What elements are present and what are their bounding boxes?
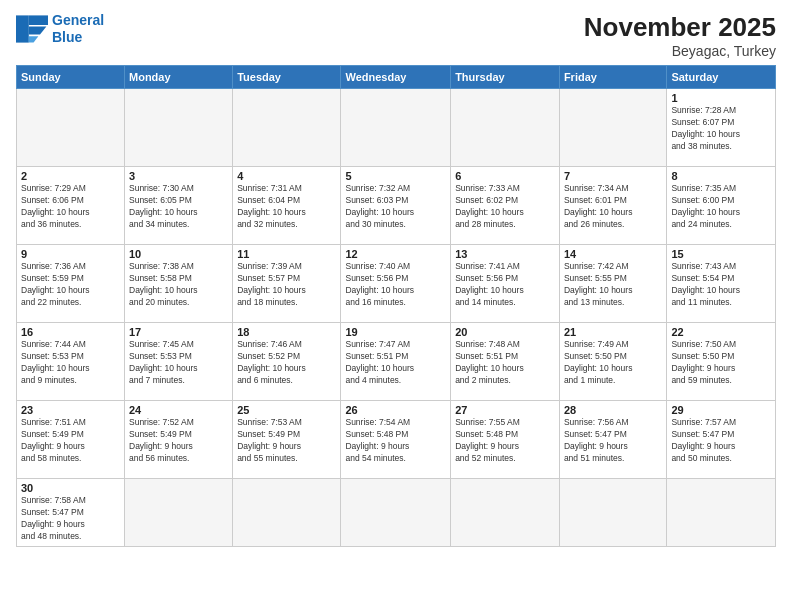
location: Beyagac, Turkey xyxy=(584,43,776,59)
day-number: 3 xyxy=(129,170,228,182)
day-info: Sunrise: 7:41 AMSunset: 5:56 PMDaylight:… xyxy=(455,261,555,309)
day-info: Sunrise: 7:48 AMSunset: 5:51 PMDaylight:… xyxy=(455,339,555,387)
svg-marker-2 xyxy=(29,26,47,34)
day-info: Sunrise: 7:38 AMSunset: 5:58 PMDaylight:… xyxy=(129,261,228,309)
day-info: Sunrise: 7:34 AMSunset: 6:01 PMDaylight:… xyxy=(564,183,662,231)
logo-blue: Blue xyxy=(52,29,104,46)
calendar-cell: 29Sunrise: 7:57 AMSunset: 5:47 PMDayligh… xyxy=(667,401,776,479)
day-number: 11 xyxy=(237,248,336,260)
col-sunday: Sunday xyxy=(17,66,125,89)
day-number: 18 xyxy=(237,326,336,338)
calendar-cell: 18Sunrise: 7:46 AMSunset: 5:52 PMDayligh… xyxy=(233,323,341,401)
calendar-row-1: 2Sunrise: 7:29 AMSunset: 6:06 PMDaylight… xyxy=(17,167,776,245)
calendar-cell: 1Sunrise: 7:28 AMSunset: 6:07 PMDaylight… xyxy=(667,89,776,167)
day-number: 22 xyxy=(671,326,771,338)
logo-icon xyxy=(16,15,48,43)
calendar-row-4: 23Sunrise: 7:51 AMSunset: 5:49 PMDayligh… xyxy=(17,401,776,479)
calendar-cell: 12Sunrise: 7:40 AMSunset: 5:56 PMDayligh… xyxy=(341,245,451,323)
calendar-cell: 14Sunrise: 7:42 AMSunset: 5:55 PMDayligh… xyxy=(559,245,666,323)
day-info: Sunrise: 7:35 AMSunset: 6:00 PMDaylight:… xyxy=(671,183,771,231)
day-number: 4 xyxy=(237,170,336,182)
day-info: Sunrise: 7:49 AMSunset: 5:50 PMDaylight:… xyxy=(564,339,662,387)
svg-rect-0 xyxy=(16,15,29,42)
day-number: 8 xyxy=(671,170,771,182)
day-number: 6 xyxy=(455,170,555,182)
day-info: Sunrise: 7:42 AMSunset: 5:55 PMDaylight:… xyxy=(564,261,662,309)
day-number: 2 xyxy=(21,170,120,182)
day-number: 16 xyxy=(21,326,120,338)
day-number: 29 xyxy=(671,404,771,416)
col-saturday: Saturday xyxy=(667,66,776,89)
calendar-cell xyxy=(559,89,666,167)
day-number: 13 xyxy=(455,248,555,260)
day-info: Sunrise: 7:53 AMSunset: 5:49 PMDaylight:… xyxy=(237,417,336,465)
calendar-cell xyxy=(667,479,776,547)
day-info: Sunrise: 7:33 AMSunset: 6:02 PMDaylight:… xyxy=(455,183,555,231)
day-number: 24 xyxy=(129,404,228,416)
day-info: Sunrise: 7:55 AMSunset: 5:48 PMDaylight:… xyxy=(455,417,555,465)
calendar-cell: 16Sunrise: 7:44 AMSunset: 5:53 PMDayligh… xyxy=(17,323,125,401)
calendar-cell: 11Sunrise: 7:39 AMSunset: 5:57 PMDayligh… xyxy=(233,245,341,323)
calendar-row-2: 9Sunrise: 7:36 AMSunset: 5:59 PMDaylight… xyxy=(17,245,776,323)
calendar-cell: 3Sunrise: 7:30 AMSunset: 6:05 PMDaylight… xyxy=(125,167,233,245)
month-title: November 2025 xyxy=(584,12,776,43)
calendar-header: Sunday Monday Tuesday Wednesday Thursday… xyxy=(17,66,776,89)
calendar-cell: 26Sunrise: 7:54 AMSunset: 5:48 PMDayligh… xyxy=(341,401,451,479)
day-info: Sunrise: 7:57 AMSunset: 5:47 PMDaylight:… xyxy=(671,417,771,465)
calendar-cell xyxy=(451,89,560,167)
calendar-cell: 8Sunrise: 7:35 AMSunset: 6:00 PMDaylight… xyxy=(667,167,776,245)
calendar-cell xyxy=(451,479,560,547)
calendar-cell: 2Sunrise: 7:29 AMSunset: 6:06 PMDaylight… xyxy=(17,167,125,245)
day-number: 1 xyxy=(671,92,771,104)
header: General Blue November 2025 Beyagac, Turk… xyxy=(16,12,776,59)
day-number: 30 xyxy=(21,482,120,494)
day-info: Sunrise: 7:51 AMSunset: 5:49 PMDaylight:… xyxy=(21,417,120,465)
title-block: November 2025 Beyagac, Turkey xyxy=(584,12,776,59)
day-number: 15 xyxy=(671,248,771,260)
day-number: 5 xyxy=(345,170,446,182)
svg-marker-3 xyxy=(29,36,39,42)
calendar-cell: 17Sunrise: 7:45 AMSunset: 5:53 PMDayligh… xyxy=(125,323,233,401)
col-tuesday: Tuesday xyxy=(233,66,341,89)
calendar-cell xyxy=(559,479,666,547)
day-number: 12 xyxy=(345,248,446,260)
logo-general: General xyxy=(52,12,104,28)
calendar-cell: 27Sunrise: 7:55 AMSunset: 5:48 PMDayligh… xyxy=(451,401,560,479)
calendar-cell: 25Sunrise: 7:53 AMSunset: 5:49 PMDayligh… xyxy=(233,401,341,479)
day-number: 9 xyxy=(21,248,120,260)
calendar-cell xyxy=(341,479,451,547)
day-number: 23 xyxy=(21,404,120,416)
day-info: Sunrise: 7:46 AMSunset: 5:52 PMDaylight:… xyxy=(237,339,336,387)
logo: General Blue xyxy=(16,12,104,46)
col-friday: Friday xyxy=(559,66,666,89)
calendar-cell: 5Sunrise: 7:32 AMSunset: 6:03 PMDaylight… xyxy=(341,167,451,245)
day-number: 21 xyxy=(564,326,662,338)
calendar-cell: 15Sunrise: 7:43 AMSunset: 5:54 PMDayligh… xyxy=(667,245,776,323)
day-info: Sunrise: 7:45 AMSunset: 5:53 PMDaylight:… xyxy=(129,339,228,387)
calendar-cell: 6Sunrise: 7:33 AMSunset: 6:02 PMDaylight… xyxy=(451,167,560,245)
day-number: 19 xyxy=(345,326,446,338)
svg-marker-1 xyxy=(29,15,48,25)
day-number: 25 xyxy=(237,404,336,416)
calendar-cell: 21Sunrise: 7:49 AMSunset: 5:50 PMDayligh… xyxy=(559,323,666,401)
calendar-cell: 24Sunrise: 7:52 AMSunset: 5:49 PMDayligh… xyxy=(125,401,233,479)
day-info: Sunrise: 7:56 AMSunset: 5:47 PMDaylight:… xyxy=(564,417,662,465)
day-info: Sunrise: 7:58 AMSunset: 5:47 PMDaylight:… xyxy=(21,495,120,543)
calendar-cell: 4Sunrise: 7:31 AMSunset: 6:04 PMDaylight… xyxy=(233,167,341,245)
calendar-cell: 23Sunrise: 7:51 AMSunset: 5:49 PMDayligh… xyxy=(17,401,125,479)
day-info: Sunrise: 7:31 AMSunset: 6:04 PMDaylight:… xyxy=(237,183,336,231)
calendar-cell: 13Sunrise: 7:41 AMSunset: 5:56 PMDayligh… xyxy=(451,245,560,323)
day-number: 14 xyxy=(564,248,662,260)
day-info: Sunrise: 7:36 AMSunset: 5:59 PMDaylight:… xyxy=(21,261,120,309)
calendar-cell xyxy=(233,479,341,547)
col-monday: Monday xyxy=(125,66,233,89)
calendar-cell xyxy=(125,89,233,167)
calendar-cell: 30Sunrise: 7:58 AMSunset: 5:47 PMDayligh… xyxy=(17,479,125,547)
day-number: 17 xyxy=(129,326,228,338)
calendar-cell xyxy=(17,89,125,167)
calendar-cell: 7Sunrise: 7:34 AMSunset: 6:01 PMDaylight… xyxy=(559,167,666,245)
logo-text: General Blue xyxy=(52,12,104,46)
day-info: Sunrise: 7:52 AMSunset: 5:49 PMDaylight:… xyxy=(129,417,228,465)
day-number: 26 xyxy=(345,404,446,416)
calendar-row-3: 16Sunrise: 7:44 AMSunset: 5:53 PMDayligh… xyxy=(17,323,776,401)
